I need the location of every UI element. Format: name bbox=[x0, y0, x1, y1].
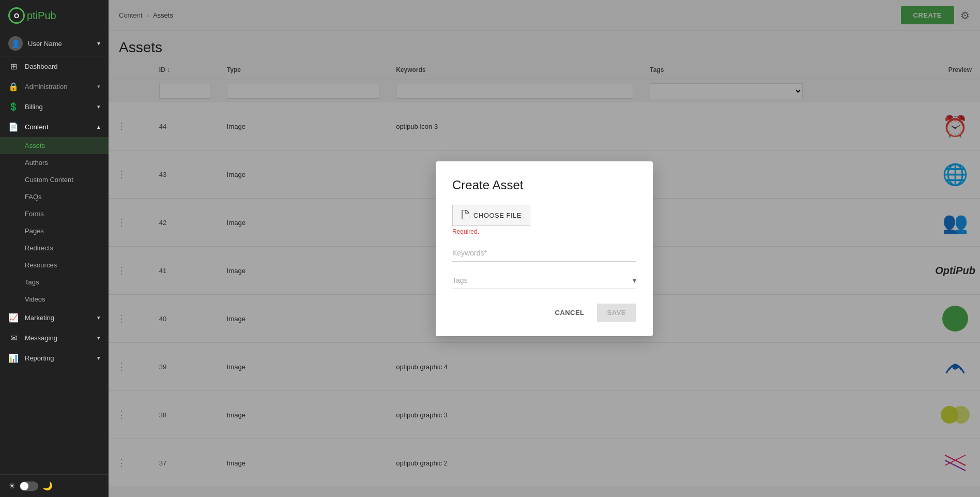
sidebar-item-label: Billing bbox=[25, 103, 97, 111]
sidebar-sub-item-assets[interactable]: Assets bbox=[0, 137, 109, 154]
messaging-icon: ✉ bbox=[8, 333, 19, 343]
sidebar-item-reporting[interactable]: 📊 Reporting ▾ bbox=[0, 348, 109, 368]
sidebar-sub-label: Forms bbox=[25, 210, 44, 218]
logo-text: ptiPub bbox=[27, 10, 56, 22]
sidebar-item-dashboard[interactable]: ⊞ Dashboard bbox=[0, 56, 109, 77]
chevron-down-icon: ▾ bbox=[97, 355, 100, 362]
sidebar-bottom: ☀ 🌙 bbox=[0, 474, 109, 497]
sidebar-sub-label: Redirects bbox=[25, 244, 53, 252]
sidebar-sub-item-resources[interactable]: Resources bbox=[0, 257, 109, 274]
chevron-up-icon: ▴ bbox=[97, 124, 100, 130]
sidebar-sub-label: Custom Content bbox=[25, 176, 73, 184]
modal-actions: CANCEL SAVE bbox=[452, 304, 636, 322]
dropdown-arrow-icon: ▾ bbox=[633, 276, 636, 284]
sidebar-sub-item-videos[interactable]: Videos bbox=[0, 291, 109, 308]
sidebar-sub-item-redirects[interactable]: Redirects bbox=[0, 239, 109, 257]
sidebar-item-label: Dashboard bbox=[25, 63, 100, 70]
chevron-down-icon: ▾ bbox=[97, 314, 100, 321]
sidebar-sub-label: Resources bbox=[25, 261, 57, 269]
sidebar-item-label: Marketing bbox=[25, 314, 97, 322]
sun-icon: ☀ bbox=[8, 481, 16, 491]
moon-icon: 🌙 bbox=[42, 481, 53, 491]
file-icon bbox=[461, 210, 469, 221]
keywords-field bbox=[452, 245, 636, 262]
sidebar-sub-item-custom-content[interactable]: Custom Content bbox=[0, 171, 109, 188]
cancel-button[interactable]: CANCEL bbox=[546, 304, 592, 322]
sidebar-sub-label: Pages bbox=[25, 227, 44, 235]
sidebar-sub-item-tags[interactable]: Tags bbox=[0, 274, 109, 291]
logo-name: ptiPub bbox=[27, 10, 56, 21]
logo-circle: O bbox=[8, 7, 25, 24]
required-message: Required. bbox=[452, 228, 636, 235]
sidebar-sub-item-pages[interactable]: Pages bbox=[0, 222, 109, 239]
user-avatar: 👤 bbox=[8, 36, 23, 51]
sidebar-item-content[interactable]: 📄 Content ▴ bbox=[0, 117, 109, 137]
main-content: Content › Assets CREATE ⚙ Assets ID ↓ Ty… bbox=[109, 0, 980, 497]
chevron-down-icon: ▾ bbox=[97, 335, 100, 341]
choose-file-button[interactable]: CHOOSE FILE bbox=[452, 205, 530, 226]
billing-icon: 💲 bbox=[8, 102, 19, 112]
dashboard-icon: ⊞ bbox=[8, 62, 19, 71]
sidebar-sub-label: Tags bbox=[25, 278, 39, 286]
chevron-down-icon: ▾ bbox=[97, 83, 100, 90]
toggle-thumb bbox=[20, 482, 28, 490]
chevron-down-icon: ▾ bbox=[97, 103, 100, 110]
sidebar-item-administration[interactable]: 🔒 Administration ▾ bbox=[0, 77, 109, 97]
sidebar-sub-label: Assets bbox=[25, 142, 45, 149]
lock-icon: 🔒 bbox=[8, 82, 19, 92]
create-asset-modal: Create Asset CHOOSE FILE Required. Tags bbox=[436, 161, 653, 336]
sidebar-sub-item-authors[interactable]: Authors bbox=[0, 154, 109, 171]
tags-select-container: Tags ▾ bbox=[452, 272, 636, 289]
theme-toggle[interactable]: ☀ 🌙 bbox=[8, 481, 53, 491]
sidebar-item-messaging[interactable]: ✉ Messaging ▾ bbox=[0, 328, 109, 348]
sidebar-sub-item-forms[interactable]: Forms bbox=[0, 205, 109, 222]
tags-field: Tags ▾ bbox=[452, 272, 636, 289]
content-icon: 📄 bbox=[8, 122, 19, 132]
modal-title: Create Asset bbox=[452, 178, 636, 192]
sidebar: O ptiPub 👤 User Name ▾ ⊞ Dashboard 🔒 Adm… bbox=[0, 0, 109, 497]
keywords-input[interactable] bbox=[452, 245, 636, 262]
tags-select[interactable]: Tags bbox=[452, 276, 633, 284]
sidebar-sub-label: FAQs bbox=[25, 193, 42, 201]
toggle-track[interactable] bbox=[20, 481, 38, 491]
modal-overlay[interactable]: Create Asset CHOOSE FILE Required. Tags bbox=[109, 0, 980, 497]
user-chevron-icon: ▾ bbox=[97, 40, 100, 47]
sidebar-sub-label: Authors bbox=[25, 159, 48, 167]
logo-o: O bbox=[14, 12, 19, 20]
save-button[interactable]: SAVE bbox=[597, 304, 636, 322]
marketing-icon: 📈 bbox=[8, 313, 19, 323]
logo: O ptiPub bbox=[0, 0, 109, 31]
sidebar-item-marketing[interactable]: 📈 Marketing ▾ bbox=[0, 308, 109, 328]
sidebar-sub-label: Videos bbox=[25, 295, 45, 303]
sidebar-item-label: Reporting bbox=[25, 354, 97, 362]
reporting-icon: 📊 bbox=[8, 353, 19, 363]
user-name: User Name bbox=[28, 40, 97, 48]
sidebar-item-label: Messaging bbox=[25, 334, 97, 342]
sidebar-item-billing[interactable]: 💲 Billing ▾ bbox=[0, 97, 109, 117]
user-menu[interactable]: 👤 User Name ▾ bbox=[0, 31, 109, 56]
sidebar-item-label: Content bbox=[25, 123, 97, 131]
sidebar-item-label: Administration bbox=[25, 83, 97, 91]
choose-file-label: CHOOSE FILE bbox=[473, 212, 522, 219]
sidebar-sub-item-faqs[interactable]: FAQs bbox=[0, 188, 109, 205]
